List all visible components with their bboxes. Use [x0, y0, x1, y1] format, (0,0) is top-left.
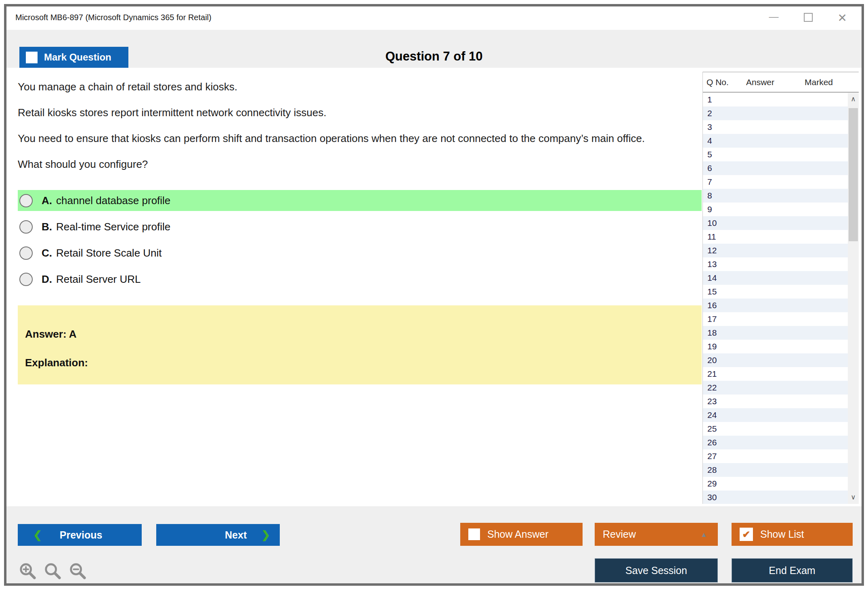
next-label: Next [225, 529, 247, 541]
screen: Microsoft MB6-897 (Microsoft Dynamics 36… [0, 0, 868, 593]
list-item[interactable]: 27 [703, 449, 848, 463]
question-paragraph: You need to ensure that kiosks can perfo… [18, 132, 668, 146]
list-item[interactable]: 19 [703, 340, 848, 353]
maximize-icon[interactable] [804, 13, 813, 23]
question-paragraph: Retail kiosks stores report intermittent… [18, 106, 668, 120]
option-text: channel database profile [56, 194, 170, 207]
end-exam-button[interactable]: End Exam [732, 558, 853, 583]
chevron-right-icon: ❯ [261, 529, 270, 541]
save-session-label: Save Session [625, 565, 687, 576]
question-list-sidebar: Q No. Answer Marked 12345678910111213141… [702, 72, 859, 504]
zoom-out-icon[interactable] [69, 562, 87, 580]
header-bar: Mark Question Question 7 of 10 [6, 30, 862, 68]
list-item[interactable]: 5 [703, 148, 848, 161]
list-item[interactable]: 24 [703, 408, 848, 422]
list-item[interactable]: 28 [703, 463, 848, 477]
option-b[interactable]: B. Real-time Service profile [18, 216, 702, 237]
list-item[interactable]: 6 [703, 161, 848, 175]
title-bar: Microsoft MB6-897 (Microsoft Dynamics 36… [6, 6, 862, 30]
list-item[interactable]: 30 [703, 491, 848, 504]
list-item[interactable]: 1 [703, 93, 848, 106]
list-item[interactable]: 10 [703, 216, 848, 230]
question-paragraph: What should you configure? [18, 157, 668, 171]
list-item[interactable]: 18 [703, 326, 848, 340]
maximize-box [804, 13, 813, 22]
footer-bar: ❮ Previous Next ❯ Show Answer Review ▲ ✔… [6, 506, 862, 583]
option-letter: D. [42, 273, 52, 286]
question-counter: Question 7 of 10 [6, 49, 862, 64]
column-answer: Answer [746, 77, 805, 87]
option-text: Retail Store Scale Unit [56, 247, 162, 259]
list-item[interactable]: 22 [703, 381, 848, 395]
answer-box: Answer: A Explanation: [18, 305, 702, 384]
end-exam-label: End Exam [769, 565, 815, 576]
list-item[interactable]: 11 [703, 230, 848, 244]
question-list-rows: 1234567891011121314151617181920212223242… [703, 93, 848, 504]
magnifier-icon[interactable] [44, 562, 62, 580]
list-item[interactable]: 13 [703, 257, 848, 271]
previous-label: Previous [60, 529, 103, 541]
option-letter: A. [42, 194, 52, 207]
option-d[interactable]: D. Retail Server URL [18, 269, 702, 290]
scroll-up-icon[interactable]: ∧ [848, 93, 859, 106]
minimize-icon[interactable]: — [769, 11, 779, 22]
list-item[interactable]: 23 [703, 395, 848, 408]
list-item[interactable]: 17 [703, 312, 848, 326]
list-item[interactable]: 21 [703, 367, 848, 381]
show-list-checkbox[interactable]: ✔ [740, 528, 753, 541]
save-session-button[interactable]: Save Session [595, 558, 718, 583]
list-item[interactable]: 2 [703, 106, 848, 120]
show-answer-checkbox[interactable] [468, 528, 480, 540]
options-list: A. channel database profile B. Real-time… [18, 190, 702, 290]
question-list-scrollbar[interactable]: ∧ ∨ [848, 93, 859, 504]
show-list-button[interactable]: ✔ Show List [732, 523, 853, 546]
list-item[interactable]: 12 [703, 244, 848, 257]
show-answer-button[interactable]: Show Answer [460, 523, 583, 546]
review-button[interactable]: Review ▲ [595, 523, 718, 546]
radio-button-d[interactable] [19, 273, 33, 286]
option-text: Retail Server URL [56, 273, 141, 286]
window-controls: — ✕ [769, 6, 847, 30]
radio-button-c[interactable] [19, 246, 33, 260]
list-item[interactable]: 20 [703, 353, 848, 367]
main-area: You manage a chain of retail stores and … [6, 68, 862, 506]
option-c[interactable]: C. Retail Store Scale Unit [18, 242, 702, 263]
option-a[interactable]: A. channel database profile [18, 190, 702, 211]
list-item[interactable]: 26 [703, 436, 848, 449]
list-item[interactable]: 7 [703, 175, 848, 189]
question-paragraph: You manage a chain of retail stores and … [18, 80, 668, 94]
show-list-label: Show List [760, 528, 804, 540]
explanation-label: Explanation: [25, 357, 702, 369]
window-title: Microsoft MB6-897 (Microsoft Dynamics 36… [15, 13, 212, 22]
scroll-down-icon[interactable]: ∨ [848, 491, 859, 504]
column-marked: Marked [805, 77, 859, 87]
list-item[interactable]: 25 [703, 422, 848, 436]
list-item[interactable]: 4 [703, 134, 848, 148]
answer-label: Answer: A [25, 328, 702, 340]
option-letter: B. [42, 221, 52, 233]
close-icon[interactable]: ✕ [838, 13, 847, 23]
scrollbar-thumb[interactable] [849, 108, 858, 241]
list-item[interactable]: 16 [703, 299, 848, 312]
app-window: Microsoft MB6-897 (Microsoft Dynamics 36… [4, 4, 864, 586]
review-label: Review [603, 528, 636, 540]
zoom-in-icon[interactable] [19, 562, 37, 580]
column-qno: Q No. [703, 77, 746, 87]
question-list-header: Q No. Answer Marked [703, 72, 859, 92]
option-letter: C. [42, 247, 52, 259]
question-panel: You manage a chain of retail stores and … [6, 68, 702, 506]
radio-button-a[interactable] [19, 194, 33, 207]
list-item[interactable]: 3 [703, 120, 848, 134]
previous-button[interactable]: ❮ Previous [18, 524, 142, 546]
next-button[interactable]: Next ❯ [156, 524, 280, 546]
chevron-left-icon: ❮ [33, 529, 42, 541]
show-answer-label: Show Answer [487, 528, 548, 540]
list-item[interactable]: 14 [703, 271, 848, 285]
list-item[interactable]: 15 [703, 285, 848, 299]
option-text: Real-time Service profile [56, 221, 170, 233]
zoom-tools [19, 562, 87, 580]
list-item[interactable]: 29 [703, 477, 848, 491]
list-item[interactable]: 9 [703, 203, 848, 216]
list-item[interactable]: 8 [703, 189, 848, 203]
radio-button-b[interactable] [19, 220, 33, 234]
